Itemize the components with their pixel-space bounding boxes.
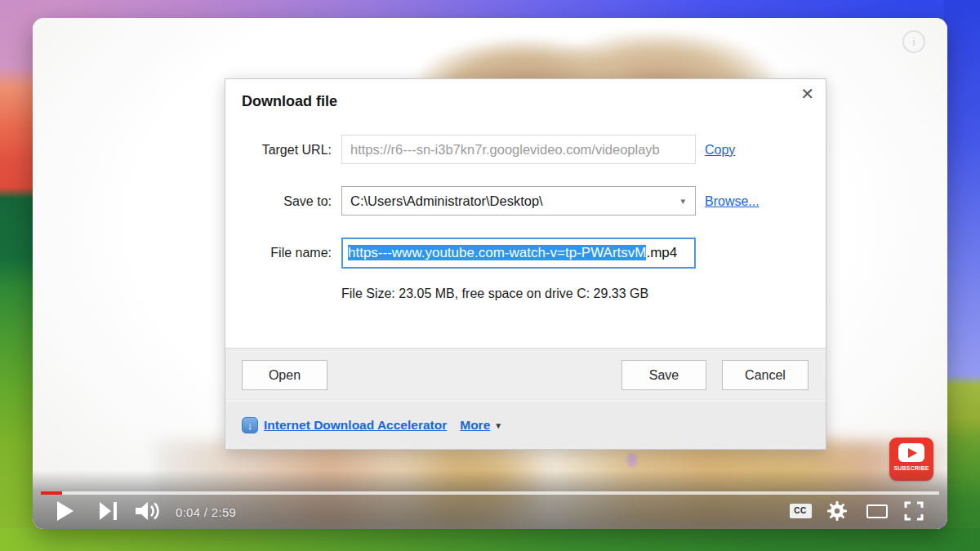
more-link[interactable]: More	[460, 418, 490, 433]
closed-captions-button[interactable]: CC	[788, 500, 813, 522]
open-button[interactable]: Open	[242, 360, 327, 390]
player-control-bar: 0:04 / 2:59 CC	[33, 470, 947, 529]
miniplayer-button[interactable]	[865, 500, 889, 522]
target-url-row: Target URL: https://r6---sn-i3b7kn7r.goo…	[225, 135, 826, 166]
ida-app-link[interactable]: Internet Download Accelerator	[264, 418, 447, 433]
gear-icon	[827, 501, 847, 521]
volume-icon	[136, 501, 160, 521]
save-button[interactable]: Save	[621, 360, 706, 390]
file-name-input[interactable]: https---www.youtube.com-watch-v=tp-PWArt…	[341, 238, 696, 269]
save-to-label: Save to:	[225, 186, 332, 216]
next-button[interactable]	[98, 500, 119, 522]
dialog-title: Download file	[242, 93, 337, 110]
miniplayer-icon	[866, 504, 888, 518]
target-url-value: https://r6---sn-i3b7kn7r.googlevideo.com…	[350, 142, 660, 157]
file-size-info: File Size: 23.05 MB, free space on drive…	[341, 287, 648, 301]
download-arrow-icon: ↓	[242, 417, 258, 433]
wallpaper-bottom-edge	[0, 528, 980, 551]
save-to-value: C:\Users\Administrator\Desktop\	[350, 193, 543, 208]
video-player-window: i SUBSCRIBE Download file ✕ Target URL: …	[33, 18, 947, 529]
play-button[interactable]	[56, 500, 75, 522]
target-url-label: Target URL:	[225, 135, 332, 165]
cc-icon: CC	[790, 504, 812, 518]
file-name-selected-text: https---www.youtube.com-watch-v=tp-PWArt…	[348, 245, 646, 260]
play-triangle-icon	[908, 448, 917, 458]
volume-button[interactable]	[134, 500, 162, 522]
wallpaper-left-edge	[0, 0, 36, 551]
youtube-play-icon	[898, 443, 924, 462]
fullscreen-button[interactable]	[902, 500, 925, 522]
file-name-extension: .mp4	[646, 245, 677, 260]
play-icon	[57, 501, 74, 521]
info-icon-glyph: i	[912, 35, 915, 48]
cancel-button[interactable]: Cancel	[722, 360, 808, 390]
save-to-row: Save to: C:\Users\Administrator\Desktop\…	[225, 186, 826, 217]
download-file-dialog: Download file ✕ Target URL: https://r6--…	[225, 78, 826, 450]
save-to-dropdown[interactable]: C:\Users\Administrator\Desktop\ ▾	[341, 186, 696, 216]
next-icon	[100, 502, 118, 520]
download-arrow-glyph: ↓	[247, 420, 253, 432]
progress-played	[41, 491, 62, 495]
close-icon[interactable]: ✕	[800, 84, 814, 104]
dialog-footer: ↓ Internet Download Accelerator More ▼	[225, 401, 826, 449]
file-name-row: File name: https---www.youtube.com-watch…	[225, 238, 826, 269]
dropdown-caret-icon[interactable]: ▾	[680, 187, 685, 215]
time-display: 0:04 / 2:59	[176, 505, 236, 519]
copy-link[interactable]: Copy	[705, 135, 735, 165]
browse-link[interactable]: Browse...	[705, 186, 760, 216]
settings-button[interactable]	[826, 500, 848, 522]
video-content-necklace	[627, 454, 637, 467]
wallpaper-right-edge	[944, 0, 980, 551]
target-url-field[interactable]: https://r6---sn-i3b7kn7r.googlevideo.com…	[341, 135, 696, 164]
more-arrow-icon: ▼	[494, 421, 502, 430]
progress-bar[interactable]	[41, 491, 939, 495]
file-name-label: File name:	[225, 238, 332, 268]
fullscreen-icon	[904, 501, 924, 521]
desktop-background: i SUBSCRIBE Download file ✕ Target URL: …	[0, 0, 980, 551]
info-icon[interactable]: i	[902, 30, 925, 53]
